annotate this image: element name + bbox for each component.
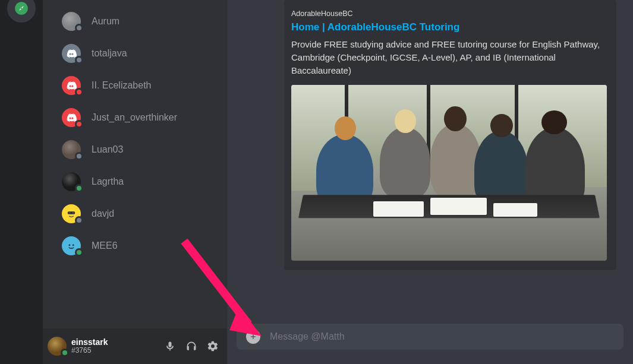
- user-settings-button[interactable]: [203, 337, 222, 356]
- member-avatar: [62, 236, 81, 255]
- message-composer: [237, 324, 623, 350]
- status-dot: [75, 216, 83, 224]
- plus-icon: [249, 333, 257, 341]
- compass-icon: [14, 1, 29, 16]
- svg-rect-5: [72, 212, 75, 214]
- member-avatar: [62, 172, 81, 191]
- member-name: MEE6: [92, 240, 118, 251]
- server-rail: [0, 0, 43, 364]
- user-panel: einsstark #3765: [43, 328, 227, 364]
- member-name: davjd: [92, 208, 114, 219]
- member-item[interactable]: Luan03: [57, 137, 222, 163]
- svg-point-1: [20, 7, 22, 9]
- link-embed: AdorableHouseBC Home | AdorableHouseBC T…: [284, 0, 616, 270]
- member-avatar: [62, 140, 81, 159]
- headphones-icon: [185, 340, 197, 352]
- member-name: II. Ecelizabeth: [92, 80, 152, 91]
- member-item[interactable]: MEE6: [57, 233, 222, 259]
- status-dot: [75, 24, 83, 32]
- svg-point-8: [73, 244, 74, 246]
- status-dot: [75, 152, 83, 160]
- microphone-icon: [164, 340, 176, 352]
- status-dot: [75, 56, 83, 64]
- member-item[interactable]: Aurum: [57, 8, 222, 34]
- composer-wrap: [227, 324, 633, 364]
- server-explore-button[interactable]: [7, 0, 36, 23]
- member-avatar: [62, 108, 81, 127]
- member-item[interactable]: II. Ecelizabeth: [57, 72, 222, 99]
- sidebar: AurumtotaljavaII. EcelizabethJust_an_ove…: [43, 0, 227, 364]
- member-name: Lagrtha: [92, 176, 124, 187]
- mute-mic-button[interactable]: [160, 337, 179, 356]
- svg-rect-4: [68, 212, 71, 214]
- embed-provider: AdorableHouseBC: [291, 10, 607, 18]
- member-name: totaljava: [92, 48, 127, 59]
- user-controls: [160, 337, 222, 356]
- member-item[interactable]: Lagrtha: [57, 169, 222, 195]
- member-avatar: [62, 44, 81, 63]
- self-avatar[interactable]: [48, 337, 67, 356]
- chat-main: AdorableHouseBC Home | AdorableHouseBC T…: [227, 0, 633, 364]
- status-dot: [75, 88, 83, 96]
- member-item[interactable]: Just_an_overthinker: [57, 105, 222, 131]
- member-item[interactable]: totaljava: [57, 40, 222, 67]
- member-name: Just_an_overthinker: [92, 112, 177, 123]
- member-item[interactable]: davjd: [57, 201, 222, 227]
- self-discriminator: #3765: [71, 347, 160, 354]
- self-username: einsstark: [71, 338, 160, 347]
- embed-image[interactable]: [291, 85, 607, 261]
- gear-icon: [207, 340, 219, 352]
- embed-title-link[interactable]: Home | AdorableHouseBC Tutoring: [291, 21, 607, 33]
- member-name: Aurum: [92, 16, 119, 27]
- self-user-text[interactable]: einsstark #3765: [71, 338, 160, 355]
- message-input[interactable]: [270, 331, 614, 342]
- member-avatar: [62, 12, 81, 31]
- svg-point-7: [68, 244, 70, 246]
- member-avatar: [62, 204, 81, 223]
- deafen-button[interactable]: [182, 337, 201, 356]
- attach-button[interactable]: [246, 330, 260, 344]
- chat-scroll[interactable]: AdorableHouseBC Home | AdorableHouseBC T…: [227, 0, 633, 324]
- status-dot: [75, 120, 83, 128]
- member-list: AurumtotaljavaII. EcelizabethJust_an_ove…: [43, 0, 227, 328]
- member-name: Luan03: [92, 144, 123, 155]
- status-dot: [75, 248, 83, 257]
- status-dot: [75, 184, 83, 192]
- self-status-dot: [61, 349, 69, 357]
- member-avatar: [62, 76, 81, 95]
- embed-description: Provide FREE studying advice and FREE tu…: [291, 38, 607, 77]
